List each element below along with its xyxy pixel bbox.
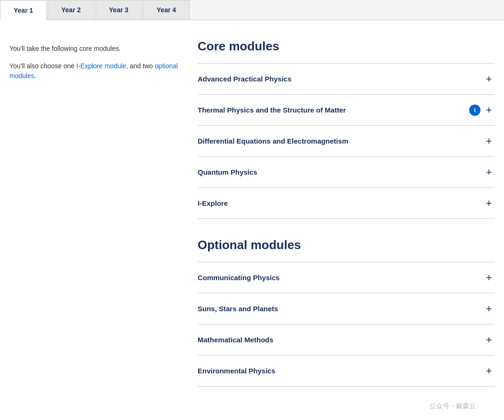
tab-year2[interactable]: Year 2 (48, 0, 94, 20)
expand-icon[interactable]: + (483, 198, 495, 209)
expand-icon[interactable]: + (483, 136, 495, 146)
module-communicating-physics[interactable]: Communicating Physics + (198, 262, 495, 293)
module-thermal-physics[interactable]: Thermal Physics and the Structure of Mat… (198, 95, 495, 126)
module-environmental-physics[interactable]: Environmental Physics + (198, 355, 495, 387)
module-suns-stars-planets[interactable]: Suns, Stars and Planets + (198, 293, 495, 324)
sidebar: You'll take the following core modules. … (9, 39, 179, 387)
core-modules-list: Advanced Practical Physics + Thermal Phy… (198, 63, 495, 219)
core-modules-heading: Core modules (198, 39, 495, 54)
module-label: Mathematical Methods (198, 335, 273, 345)
expand-icon[interactable]: + (483, 167, 495, 178)
module-differential-equations[interactable]: Differential Equations and Electromagnet… (198, 126, 495, 157)
sidebar-text-core: You'll take the following core modules. (9, 44, 179, 54)
module-advanced-practical-physics[interactable]: Advanced Practical Physics + (198, 64, 495, 95)
module-label: Suns, Stars and Planets (198, 304, 278, 314)
module-quantum-physics[interactable]: Quantum Physics + (198, 157, 495, 188)
expand-icon[interactable]: + (483, 335, 495, 345)
module-label: Differential Equations and Electromagnet… (198, 136, 348, 146)
expand-icon[interactable]: + (483, 366, 495, 376)
expand-icon[interactable]: + (483, 273, 495, 283)
i-explore-link[interactable]: I-Explore module (76, 62, 126, 70)
expand-icon[interactable]: + (483, 105, 495, 115)
sidebar-text-optional: You'll also choose one I-Explore module,… (9, 61, 179, 81)
expand-icon[interactable]: + (483, 304, 495, 314)
module-label: Thermal Physics and the Structure of Mat… (198, 105, 346, 115)
tab-year3[interactable]: Year 3 (96, 0, 142, 20)
expand-icon[interactable]: + (483, 74, 495, 84)
core-modules-section: Core modules Advanced Practical Physics … (198, 39, 495, 219)
tab-year1[interactable]: Year 1 (0, 0, 47, 20)
module-label: Communicating Physics (198, 273, 280, 283)
module-label: Advanced Practical Physics (198, 74, 291, 84)
tabs-bar: Year 1 Year 2 Year 3 Year 4 (0, 0, 504, 20)
module-label: Environmental Physics (198, 366, 275, 376)
module-mathematical-methods[interactable]: Mathematical Methods + (198, 324, 495, 355)
optional-modules-heading: Optional modules (198, 238, 495, 252)
module-label: Quantum Physics (198, 167, 257, 177)
tab-year4[interactable]: Year 4 (143, 0, 190, 20)
content-area: Core modules Advanced Practical Physics … (198, 39, 495, 387)
tooltip-bubble: i (469, 105, 480, 116)
main-layout: You'll take the following core modules. … (0, 20, 504, 405)
optional-modules-list: Communicating Physics + Suns, Stars and … (198, 262, 495, 387)
module-i-explore[interactable]: I-Explore + (198, 188, 495, 219)
optional-modules-section: Optional modules Communicating Physics +… (198, 238, 495, 387)
module-label: I-Explore (198, 198, 228, 208)
